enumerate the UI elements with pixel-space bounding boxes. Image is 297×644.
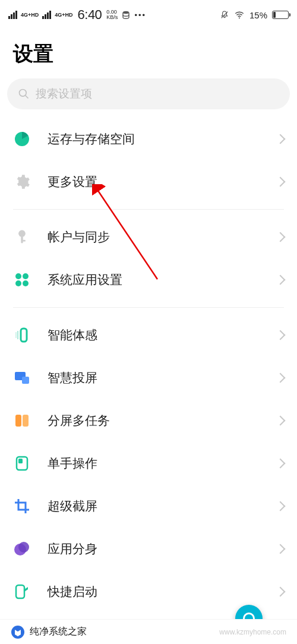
svg-rect-13 xyxy=(21,329,27,342)
search-input[interactable]: 搜索设置项 xyxy=(7,78,290,109)
search-icon xyxy=(18,88,30,100)
row-label: 分屏多任务 xyxy=(48,412,110,429)
row-one-hand[interactable]: 单手操作 xyxy=(13,442,284,485)
row-label: 运存与存储空间 xyxy=(48,131,135,147)
signal-1-icon xyxy=(8,11,17,19)
row-smart-cast[interactable]: 智慧投屏 xyxy=(13,356,284,399)
row-label: 更多设置 xyxy=(48,173,97,190)
footer-brand: 纯净系统之家 xyxy=(30,626,87,638)
svg-rect-8 xyxy=(22,240,26,242)
chevron-right-icon xyxy=(276,134,286,144)
chevron-right-icon xyxy=(276,459,286,469)
svg-rect-19 xyxy=(18,459,23,463)
row-motion[interactable]: 智能体感 xyxy=(13,314,284,356)
phone-motion-icon xyxy=(13,326,31,344)
svg-point-0 xyxy=(123,11,129,14)
status-time: 6:40 xyxy=(78,7,102,23)
footer-logo-icon xyxy=(11,625,25,639)
svg-point-21 xyxy=(18,542,29,553)
row-label: 快捷启动 xyxy=(48,583,97,600)
cast-icon xyxy=(13,369,31,387)
chevron-right-icon xyxy=(276,587,286,597)
row-more-settings[interactable]: 更多设置 xyxy=(13,160,284,203)
svg-rect-15 xyxy=(22,377,29,384)
svg-point-3 xyxy=(20,90,27,97)
footer-url: www.kzmyhome.com xyxy=(219,628,286,636)
row-label: 应用分身 xyxy=(48,541,97,557)
row-label: 系统应用设置 xyxy=(48,272,122,288)
row-account-sync[interactable]: 帐户与同步 xyxy=(13,216,284,258)
chevron-right-icon xyxy=(276,373,286,383)
net-2: 4G+HD xyxy=(55,12,72,18)
row-label: 智能体感 xyxy=(48,327,97,343)
svg-rect-16 xyxy=(15,415,21,427)
svg-point-11 xyxy=(15,280,21,286)
chevron-right-icon xyxy=(276,232,286,242)
svg-rect-17 xyxy=(23,415,29,427)
chevron-right-icon xyxy=(276,544,286,554)
data-icon xyxy=(121,10,131,20)
apps-icon xyxy=(13,271,31,289)
quick-launch-icon xyxy=(13,583,31,601)
row-label: 超级截屏 xyxy=(48,498,97,514)
net-1: 4G+HD xyxy=(21,12,39,18)
signal-2-icon xyxy=(42,11,51,19)
crop-icon xyxy=(13,497,31,515)
status-left: 4G+HD 4G+HD 6:40 0.00KB/s ••• xyxy=(8,7,146,23)
row-split-screen[interactable]: 分屏多任务 xyxy=(13,399,284,442)
clone-icon xyxy=(13,540,31,558)
svg-rect-22 xyxy=(16,585,24,598)
settings-list: 运存与存储空间 更多设置 帐户与同步 系统应用设置 智能体感 xyxy=(0,109,297,613)
status-bar: 4G+HD 4G+HD 6:40 0.00KB/s ••• 15% xyxy=(0,0,297,30)
status-right: 15% xyxy=(220,10,289,20)
chevron-right-icon xyxy=(276,275,286,285)
pie-icon xyxy=(13,130,31,148)
svg-point-9 xyxy=(15,273,21,279)
battery-icon xyxy=(272,11,289,19)
footer: 纯净系统之家 www.kzmyhome.com xyxy=(0,619,297,644)
svg-point-6 xyxy=(18,230,26,237)
row-app-clone[interactable]: 应用分身 xyxy=(13,528,284,570)
status-kbs: 0.00KB/s xyxy=(106,10,118,20)
svg-point-10 xyxy=(23,273,29,279)
chevron-right-icon xyxy=(276,330,286,340)
svg-point-2 xyxy=(239,17,240,18)
divider xyxy=(13,307,284,308)
more-icon: ••• xyxy=(134,11,146,20)
svg-line-4 xyxy=(26,96,29,99)
row-label: 智慧投屏 xyxy=(48,370,97,386)
chevron-right-icon xyxy=(276,177,286,187)
key-icon xyxy=(13,228,31,246)
row-system-apps[interactable]: 系统应用设置 xyxy=(13,258,284,301)
row-label: 帐户与同步 xyxy=(48,229,110,245)
chevron-right-icon xyxy=(276,416,286,426)
battery-pct: 15% xyxy=(249,10,267,20)
dnd-icon xyxy=(220,10,229,20)
divider xyxy=(13,209,284,210)
wifi-icon xyxy=(234,10,245,20)
split-icon xyxy=(13,412,31,430)
row-storage[interactable]: 运存与存储空间 xyxy=(13,118,284,160)
search-placeholder: 搜索设置项 xyxy=(36,86,92,102)
chevron-right-icon xyxy=(276,501,286,512)
svg-point-12 xyxy=(23,280,29,286)
row-super-screenshot[interactable]: 超级截屏 xyxy=(13,485,284,528)
one-hand-icon xyxy=(13,454,31,472)
page-title: 设置 xyxy=(0,30,297,78)
gear-icon xyxy=(13,173,31,191)
row-label: 单手操作 xyxy=(48,455,97,472)
